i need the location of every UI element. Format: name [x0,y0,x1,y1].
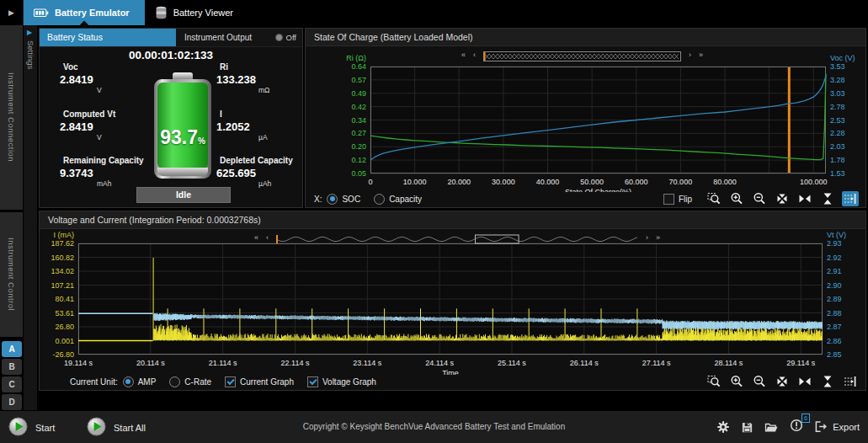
soc-chart[interactable]: Ri (Ω)Voc (V)0.643.530.573.280.493.030.4… [306,45,865,192]
channel-tab-a[interactable]: A [2,341,22,357]
svg-text:Voc (V): Voc (V) [830,54,855,62]
panel-expander-button[interactable]: ▶ [0,0,24,25]
svg-text:2.78: 2.78 [830,103,845,111]
svg-text:40.000: 40.000 [536,178,560,186]
channel-tab-c[interactable]: C [2,376,22,392]
sidebar-item-instrument-control[interactable]: Instrument Control [0,212,23,337]
soc-panel-title: State Of Charge (Battery Loaded Model) [306,29,865,46]
radio-icon[interactable] [374,194,385,205]
fit-screen-icon[interactable] [774,191,791,206]
sidebar-item-instrument-connection[interactable]: Instrument Connection [0,25,23,210]
scroll-far-left-button[interactable]: « [461,49,466,61]
tab-battery-emulator[interactable]: Battery Emulator [24,0,145,25]
svg-text:-26.80: -26.80 [52,350,74,359]
battery-fill [157,83,208,168]
svg-text:187.62: 187.62 [51,239,74,248]
svg-text:60.000: 60.000 [625,178,648,186]
svg-text:2.91: 2.91 [827,267,842,275]
current-graph-checkbox[interactable]: Current Graph [225,376,294,387]
fit-vertical-icon[interactable] [819,191,836,206]
cursor-track-icon[interactable] [842,374,859,389]
output-state-label: Off [286,33,297,42]
zoom-in-icon[interactable] [728,191,745,206]
svg-text:1.78: 1.78 [830,156,845,164]
vi-chart[interactable]: I (mA)Vt (V)187.622.93160.822.92134.022.… [40,228,865,375]
scroll-far-right-button[interactable]: » [656,232,660,243]
scroll-far-right-button[interactable]: » [699,49,703,61]
svg-text:24.114 s: 24.114 s [425,359,454,367]
fit-vertical-icon[interactable] [819,374,836,389]
radio-icon[interactable] [327,194,338,205]
checkbox-icon[interactable] [225,376,236,387]
radio-icon[interactable] [123,376,134,387]
svg-text:2.53: 2.53 [830,116,845,125]
open-folder-icon[interactable] [764,421,779,434]
flip-checkbox[interactable]: Flip [663,194,692,205]
zoom-out-icon[interactable] [751,191,768,206]
battery-status-panel: Battery Status Instrument Output Off 00.… [39,28,303,208]
radio-soc[interactable]: SOC [327,194,360,205]
scroll-track[interactable] [483,50,681,60]
svg-text:0.64: 0.64 [351,62,366,71]
tab-battery-viewer[interactable]: Battery Viewer [145,0,248,25]
notifications-icon[interactable]: 6 [790,419,803,435]
vi-chart-toolbar [706,374,859,389]
zoom-region-icon[interactable] [706,374,722,389]
checkbox-icon[interactable] [663,194,674,205]
scroll-right-button[interactable]: › [689,49,691,61]
svg-text:0: 0 [368,178,372,186]
svg-text:2.90: 2.90 [827,281,842,290]
footer-bar: Start Start All Copyright © Keysight Ben… [0,410,868,443]
app-window: ▶ Battery Emulator Battery Viewer Instru… [0,0,868,443]
svg-text:20.000: 20.000 [447,178,471,186]
export-button[interactable]: Export [814,420,860,435]
scroll-right-button[interactable]: › [646,232,648,243]
channel-tab-d[interactable]: D [2,394,22,410]
svg-text:10.000: 10.000 [403,178,427,186]
radio-icon[interactable] [169,376,180,387]
instrument-output-toggle[interactable]: Off [275,29,297,46]
current-unit-label: Current Unit: [70,377,118,387]
battery-charge-graphic: 93.7% [154,72,211,179]
database-icon [155,6,168,19]
scroll-far-left-button[interactable]: « [254,232,258,243]
svg-text:30.000: 30.000 [492,178,515,186]
battery-status-title-button[interactable]: Battery Status [40,29,176,46]
voltage-graph-checkbox[interactable]: Voltage Graph [307,376,376,387]
zoom-region-icon[interactable] [706,191,722,206]
svg-text:1.53: 1.53 [830,169,845,178]
battery-base [157,168,208,176]
tab-label: Battery Emulator [55,8,130,18]
svg-text:50.000: 50.000 [580,178,604,186]
channel-tab-b[interactable]: B [2,359,22,375]
svg-text:27.114 s: 27.114 s [642,359,671,367]
zoom-out-icon[interactable] [751,374,768,389]
radio-c-rate[interactable]: C-Rate [169,376,211,387]
svg-text:21.114 s: 21.114 s [209,359,237,367]
scroll-left-button[interactable]: ‹ [473,49,476,61]
cursor-track-icon[interactable] [842,191,859,206]
fit-screen-icon[interactable] [774,374,791,389]
fit-horizontal-icon[interactable] [796,374,813,389]
settings-tab[interactable]: ▶ Settings [24,25,37,410]
settings-gear-icon[interactable] [716,420,730,434]
svg-text:Ri (Ω): Ri (Ω) [346,54,366,62]
radio-capacity[interactable]: Capacity [374,194,422,205]
svg-text:0.57: 0.57 [351,76,366,84]
top-tab-bar: ▶ Battery Emulator Battery Viewer [0,0,868,25]
save-icon[interactable] [741,421,754,434]
svg-text:134.02: 134.02 [51,267,74,275]
svg-text:2.85: 2.85 [827,350,842,359]
scroll-track[interactable] [276,232,638,243]
svg-text:3.28: 3.28 [830,76,845,84]
battery-cap [173,72,193,79]
charge-percent: 93.7% [154,126,211,149]
footer-icons: 6 Export [716,419,860,435]
fit-horizontal-icon[interactable] [796,191,813,206]
svg-text:2.03: 2.03 [830,142,845,151]
voltage-current-panel: Voltage and Current (Integration Period:… [39,211,866,391]
scroll-left-button[interactable]: ‹ [266,232,269,243]
radio-amp[interactable]: AMP [123,376,157,387]
checkbox-icon[interactable] [307,376,318,387]
zoom-in-icon[interactable] [728,374,745,389]
